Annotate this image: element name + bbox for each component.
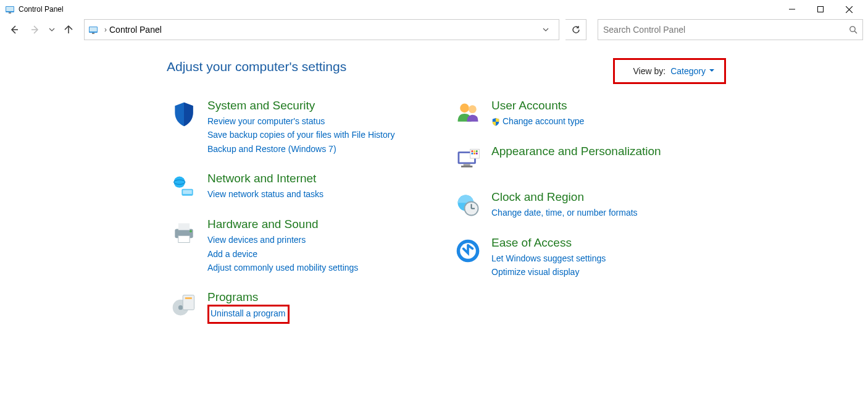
svg-rect-1 bbox=[6, 7, 14, 11]
category-title[interactable]: System and Security bbox=[207, 99, 394, 112]
svg-rect-36 bbox=[474, 153, 475, 154]
view-by-selector[interactable]: View by: Category bbox=[613, 58, 726, 84]
svg-rect-25 bbox=[183, 295, 194, 310]
ease-of-access-icon bbox=[451, 236, 485, 266]
svg-rect-2 bbox=[9, 12, 11, 14]
link-review-status[interactable]: Review your computer's status bbox=[207, 114, 394, 128]
search-box[interactable] bbox=[598, 19, 863, 40]
svg-rect-26 bbox=[185, 298, 192, 300]
printer-icon bbox=[167, 218, 201, 247]
svg-rect-20 bbox=[178, 224, 190, 230]
category-title[interactable]: User Accounts bbox=[491, 99, 584, 112]
category-title[interactable]: Ease of Access bbox=[491, 236, 606, 250]
view-by-label: View by: bbox=[633, 66, 666, 76]
category-title[interactable]: Hardware and Sound bbox=[207, 218, 358, 231]
category-title[interactable]: Clock and Region bbox=[491, 190, 638, 204]
address-history-button[interactable] bbox=[543, 27, 555, 33]
svg-rect-34 bbox=[476, 150, 478, 152]
uac-shield-icon bbox=[491, 117, 500, 126]
control-panel-icon bbox=[88, 25, 98, 35]
svg-line-14 bbox=[854, 31, 857, 33]
link-devices-printers[interactable]: View devices and printers bbox=[207, 233, 358, 247]
window-title: Control Panel bbox=[19, 5, 64, 14]
svg-rect-39 bbox=[461, 166, 472, 167]
right-column: User Accounts Change account type Appear… bbox=[451, 99, 710, 340]
navigation-bar: › Control Panel bbox=[0, 19, 868, 41]
category-appearance: Appearance and Personalization bbox=[451, 145, 710, 174]
title-bar: Control Panel bbox=[0, 0, 868, 19]
maximize-button[interactable] bbox=[806, 0, 835, 19]
svg-rect-18 bbox=[183, 190, 192, 194]
link-backup-restore[interactable]: Backup and Restore (Windows 7) bbox=[207, 142, 394, 156]
link-mobility-settings[interactable]: Adjust commonly used mobility settings bbox=[207, 261, 358, 274]
page-heading: Adjust your computer's settings bbox=[167, 59, 346, 74]
svg-point-22 bbox=[190, 230, 192, 233]
link-date-time-formats[interactable]: Change date, time, or number formats bbox=[491, 206, 638, 219]
svg-rect-38 bbox=[464, 164, 470, 166]
svg-point-24 bbox=[178, 305, 183, 310]
appearance-icon bbox=[451, 145, 485, 174]
svg-point-28 bbox=[469, 105, 477, 113]
category-system-security: System and Security Review your computer… bbox=[167, 99, 426, 156]
svg-rect-12 bbox=[92, 33, 94, 34]
control-panel-icon bbox=[5, 4, 15, 14]
back-button[interactable] bbox=[5, 20, 23, 39]
breadcrumb-item[interactable]: Control Panel bbox=[109, 25, 162, 35]
link-network-status[interactable]: View network status and tasks bbox=[207, 187, 323, 201]
clock-icon bbox=[451, 190, 485, 220]
category-title[interactable]: Programs bbox=[207, 290, 290, 304]
link-windows-suggest[interactable]: Let Windows suggest settings bbox=[491, 252, 606, 265]
search-input[interactable] bbox=[603, 25, 849, 35]
search-icon[interactable] bbox=[849, 25, 858, 34]
view-by-value[interactable]: Category bbox=[670, 66, 714, 76]
link-label: Change account type bbox=[503, 116, 584, 126]
address-bar[interactable]: › Control Panel bbox=[84, 19, 559, 40]
minimize-button[interactable] bbox=[778, 0, 806, 19]
category-title[interactable]: Network and Internet bbox=[207, 172, 323, 185]
recent-locations-button[interactable] bbox=[47, 27, 57, 33]
up-button[interactable] bbox=[59, 20, 78, 39]
link-optimize-display[interactable]: Optimize visual display bbox=[491, 265, 606, 279]
svg-rect-32 bbox=[472, 150, 474, 152]
link-uninstall-program[interactable]: Uninstall a program bbox=[211, 308, 285, 318]
category-title[interactable]: Appearance and Personalization bbox=[491, 145, 661, 158]
svg-rect-11 bbox=[90, 27, 97, 32]
programs-icon bbox=[167, 290, 201, 320]
highlight-uninstall: Uninstall a program bbox=[207, 305, 290, 323]
category-network: Network and Internet View network status… bbox=[167, 172, 426, 201]
link-add-device[interactable]: Add a device bbox=[207, 247, 358, 261]
forward-button[interactable] bbox=[26, 20, 44, 39]
svg-rect-35 bbox=[472, 153, 474, 154]
category-hardware: Hardware and Sound View devices and prin… bbox=[167, 218, 426, 274]
svg-rect-33 bbox=[474, 150, 475, 152]
category-user-accounts: User Accounts Change account type bbox=[451, 99, 710, 129]
category-ease-of-access: Ease of Access Let Windows suggest setti… bbox=[451, 236, 710, 279]
svg-rect-4 bbox=[818, 7, 824, 12]
svg-rect-21 bbox=[178, 236, 190, 243]
main-content: Adjust your computer's settings View by:… bbox=[0, 41, 868, 340]
svg-point-13 bbox=[850, 27, 855, 32]
breadcrumb-chevron-icon[interactable]: › bbox=[104, 25, 107, 34]
close-button[interactable] bbox=[835, 0, 863, 19]
network-icon bbox=[167, 172, 201, 201]
left-column: System and Security Review your computer… bbox=[167, 99, 426, 340]
svg-point-15 bbox=[174, 177, 185, 188]
svg-rect-37 bbox=[476, 153, 478, 154]
link-file-history[interactable]: Save backup copies of your files with Fi… bbox=[207, 128, 394, 142]
link-change-account-type[interactable]: Change account type bbox=[491, 114, 584, 128]
shield-icon bbox=[167, 99, 201, 129]
category-clock-region: Clock and Region Change date, time, or n… bbox=[451, 190, 710, 220]
svg-point-27 bbox=[460, 104, 469, 113]
refresh-button[interactable] bbox=[565, 19, 586, 40]
category-programs: Programs Uninstall a program bbox=[167, 290, 426, 323]
users-icon bbox=[451, 99, 485, 129]
